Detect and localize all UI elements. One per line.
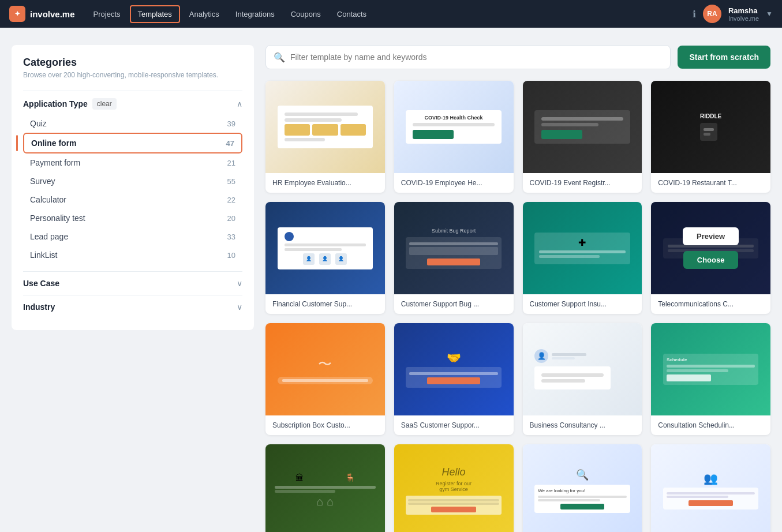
category-item-linklist[interactable]: LinkList 10 — [23, 246, 242, 264]
choose-button[interactable]: Choose — [683, 251, 739, 269]
category-item-calculator[interactable]: Calculator 22 — [23, 190, 242, 209]
use-case-title: Use Case — [23, 279, 59, 288]
preview-button[interactable]: Preview — [297, 349, 353, 366]
template-card[interactable]: 🤝 Preview Choose SaaS Customer Suppor... — [394, 323, 514, 435]
template-card[interactable]: Schedule Preview Choose Consultation Sch… — [651, 323, 770, 435]
nav-coupons[interactable]: Coupons — [284, 6, 328, 22]
preview-button[interactable]: Preview — [426, 227, 482, 245]
use-case-header[interactable]: Use Case ∨ — [23, 279, 242, 288]
category-item-label: Survey — [30, 177, 55, 186]
preview-button[interactable]: Preview — [554, 106, 610, 124]
template-card[interactable]: Preview Choose COVID-19 Event Registr... — [523, 81, 642, 193]
template-card[interactable]: RIDDLE Preview Choose COVID-19 Restauran… — [651, 81, 770, 193]
card-thumbnail: Schedule Preview Choose — [651, 323, 770, 415]
user-company: Involve.me — [728, 15, 759, 22]
clear-button[interactable]: clear — [92, 98, 117, 110]
application-type-chevron-icon: ∧ — [237, 99, 242, 108]
card-thumbnail: Hello Register for ourgym Service Previe… — [394, 444, 514, 532]
nav-templates[interactable]: Templates — [130, 5, 180, 23]
category-item-label: Personality test — [30, 213, 85, 223]
right-content: 🔍 Start from scratch — [265, 45, 770, 532]
category-item-label: Lead page — [30, 232, 68, 241]
choose-button[interactable]: Choose — [555, 130, 610, 148]
choose-button[interactable]: Choose — [683, 372, 739, 390]
preview-button[interactable]: Preview — [297, 470, 353, 488]
choose-button[interactable]: Choose — [555, 493, 610, 511]
choose-button[interactable]: Choose — [426, 372, 481, 390]
nav-projects[interactable]: Projects — [87, 6, 128, 22]
choose-button[interactable]: Choose — [555, 251, 610, 269]
category-item-label: Online form — [31, 138, 77, 148]
start-from-scratch-button[interactable]: Start from scratch — [678, 46, 770, 69]
industry-header[interactable]: Industry ∨ — [23, 302, 242, 312]
category-item-online-form-wrapper: Online form 47 — [23, 133, 242, 153]
template-card[interactable]: 〜 Preview Choose Subscription Box Custo.… — [265, 323, 385, 435]
category-item-count: 33 — [227, 233, 235, 241]
template-card[interactable]: Preview Choose Telecommunications C... — [651, 202, 770, 314]
choose-button[interactable]: Choose — [683, 493, 739, 511]
info-icon[interactable]: ℹ — [693, 9, 696, 20]
category-item-payment-form[interactable]: Payment form 21 — [23, 153, 242, 172]
choose-button[interactable]: Choose — [298, 372, 353, 390]
preview-button[interactable]: Preview — [683, 227, 739, 245]
card-thumbnail: Submit Bug Report Preview Choose — [394, 202, 514, 294]
template-card[interactable]: 👤 — [523, 323, 642, 435]
nav-contacts[interactable]: Contacts — [330, 6, 373, 22]
preview-button[interactable]: Preview — [426, 470, 482, 488]
choose-button[interactable]: Choose — [683, 130, 739, 148]
preview-button[interactable]: Preview — [297, 106, 353, 124]
preview-button[interactable]: Preview — [554, 349, 610, 366]
category-item-online-form[interactable]: Online form 47 — [23, 133, 242, 153]
choose-button[interactable]: Choose — [298, 493, 353, 511]
template-card[interactable]: 🏛 🪑 ⌂ ⌂ Preview Choose Interior Desi — [265, 444, 385, 532]
choose-button[interactable]: Choose — [298, 251, 353, 269]
template-card[interactable]: COVID-19 Health Check Preview Choose COV… — [394, 81, 514, 193]
application-type-header[interactable]: Application Type clear ∧ — [23, 98, 242, 110]
preview-button[interactable]: Preview — [554, 227, 610, 245]
preview-button[interactable]: Preview — [683, 349, 739, 366]
template-card[interactable]: Hello Register for ourgym Service Previe… — [394, 444, 514, 532]
category-item-survey[interactable]: Survey 55 — [23, 172, 242, 190]
user-info: Ramsha Involve.me — [728, 6, 759, 22]
main-content: Categories Browse over 200 high-converti… — [0, 28, 782, 532]
choose-button[interactable]: Choose — [555, 372, 610, 390]
card-thumbnail: Preview Choose — [651, 202, 770, 294]
category-item-personality-test[interactable]: Personality test 20 — [23, 209, 242, 227]
card-label: SaaS Customer Suppor... — [394, 415, 514, 435]
choose-button[interactable]: Choose — [426, 493, 481, 511]
preview-button[interactable]: Preview — [426, 106, 482, 124]
user-chevron-icon[interactable]: ▼ — [766, 10, 773, 18]
nav-analytics[interactable]: Analytics — [182, 6, 226, 22]
nav-integrations[interactable]: Integrations — [229, 6, 282, 22]
category-item-label: LinkList — [30, 250, 57, 260]
template-card[interactable]: 🔍 We are looking for you! Preview Choose — [523, 444, 642, 532]
card-label: Business Consultancy ... — [523, 415, 642, 435]
category-item-lead-page[interactable]: Lead page 33 — [23, 227, 242, 246]
logo[interactable]: ✦ involve.me — [9, 6, 75, 22]
category-item-quiz[interactable]: Quiz 39 — [23, 114, 242, 133]
card-label: COVID-19 Employee He... — [394, 173, 514, 193]
sidebar: Categories Browse over 200 high-converti… — [12, 45, 254, 330]
preview-button[interactable]: Preview — [554, 470, 610, 488]
template-card[interactable]: Submit Bug Report Preview Choose — [394, 202, 514, 314]
category-item-label: Quiz — [30, 119, 47, 128]
preview-button[interactable]: Preview — [426, 349, 482, 366]
card-label: Consultation Schedulin... — [651, 415, 770, 435]
choose-button[interactable]: Choose — [426, 130, 481, 148]
preview-button[interactable]: Preview — [683, 106, 739, 124]
card-label: COVID-19 Event Registr... — [523, 173, 642, 193]
category-item-count: 21 — [227, 159, 235, 167]
choose-button[interactable]: Choose — [298, 130, 353, 148]
active-indicator — [16, 135, 18, 151]
card-thumbnail: RIDDLE Preview Choose — [651, 81, 770, 173]
search-input[interactable] — [265, 45, 671, 69]
template-card[interactable]: Preview Choose HR Employee Evaluatio... — [265, 81, 385, 193]
template-card[interactable]: 👥 Preview Choose Tag Along Sign — [651, 444, 770, 532]
avatar: RA — [703, 5, 721, 23]
card-thumbnail: 👤 👤 👤 Preview Choose — [265, 202, 385, 294]
template-card[interactable]: 👤 👤 👤 Preview Choose Financial Customer … — [265, 202, 385, 314]
preview-button[interactable]: Preview — [297, 227, 353, 245]
preview-button[interactable]: Preview — [683, 470, 739, 488]
template-card[interactable]: ✚ Preview Choose Customer Support Insu..… — [523, 202, 642, 314]
choose-button[interactable]: Choose — [426, 251, 481, 269]
